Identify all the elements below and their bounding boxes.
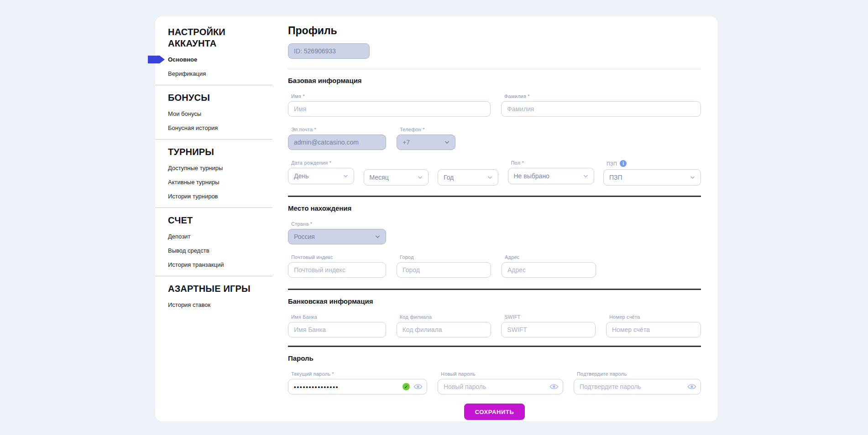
sidebar-section-title-gambling: АЗАРТНЫЕ ИГРЫ	[168, 283, 268, 295]
eye-icon[interactable]	[687, 383, 696, 390]
postal-code-label: Почтовый индекс	[291, 254, 386, 260]
gender-label: Пол *	[511, 160, 594, 166]
birth-date-label: Дата рождения *	[291, 160, 354, 166]
check-circle-icon: ✓	[403, 383, 410, 390]
section-divider	[288, 289, 701, 290]
bank-name-label: Имя Банка	[291, 314, 386, 320]
account-settings-card: НАСТРОЙКИ АККАУНТА Основное Верификация …	[155, 16, 718, 421]
confirm-password-input[interactable]	[574, 379, 701, 394]
birth-year-value: Год	[444, 174, 454, 181]
account-number-input[interactable]	[606, 322, 701, 337]
sidebar-item-label: Вывод средств	[168, 247, 209, 254]
page-title: Профиль	[288, 25, 701, 37]
sidebar-item-tournament-history[interactable]: История турниров	[168, 193, 278, 200]
active-item-arrow-icon	[148, 56, 165, 63]
chevron-down-icon	[418, 175, 422, 179]
sidebar-item-active-tournaments[interactable]: Активные турниры	[168, 179, 278, 186]
country-label: Страна *	[291, 221, 386, 227]
user-id-field	[288, 43, 370, 59]
current-password-label: Текущий пароль *	[291, 371, 427, 377]
sidebar-item-label: История транзакций	[168, 261, 224, 268]
phone-label: Телефон *	[400, 127, 455, 132]
country-select: Россия	[288, 229, 386, 244]
chevron-down-icon	[583, 173, 588, 178]
confirm-password-label: Подтвердите пароль	[577, 371, 701, 377]
sidebar-item-label: Верификация	[168, 70, 206, 77]
section-title-location: Место нахождения	[288, 204, 701, 212]
country-value: Россия	[294, 233, 315, 240]
section-divider	[288, 196, 701, 197]
section-title-basic-info: Базовая информация	[288, 77, 701, 84]
sidebar-item-label: Доступные турниры	[168, 165, 223, 171]
sidebar-section-title-account-settings: НАСТРОЙКИ АККАУНТА	[168, 26, 246, 49]
sidebar-item-main[interactable]: Основное	[168, 57, 278, 63]
section-divider	[288, 69, 701, 69]
city-input[interactable]	[397, 262, 491, 278]
birth-day-value: День	[294, 172, 309, 180]
chevron-down-icon	[376, 234, 380, 238]
section-title-bank-info: Банковская информация	[288, 297, 701, 305]
sidebar-item-available-tournaments[interactable]: Доступные турниры	[168, 165, 278, 171]
email-field	[288, 135, 386, 150]
sidebar-item-label: История турниров	[168, 193, 218, 200]
sidebar-divider	[155, 139, 272, 140]
chevron-down-icon	[488, 175, 492, 179]
address-label: Адрес	[505, 254, 596, 260]
sidebar-section-title-bonuses: БОНУСЫ	[168, 92, 246, 104]
address-input[interactable]	[502, 262, 596, 278]
info-icon[interactable]: i	[620, 160, 627, 167]
sidebar-item-bonus-history[interactable]: Бонусная история	[168, 125, 278, 131]
bank-name-input[interactable]	[288, 322, 386, 337]
phone-code-value: +7	[403, 139, 410, 146]
sidebar-section-title-account: СЧЕТ	[168, 215, 246, 226]
first-name-label: Имя *	[291, 93, 491, 99]
sidebar-item-my-bonuses[interactable]: Мои бонусы	[168, 111, 278, 117]
phone-code-select: +7	[397, 135, 455, 150]
save-button[interactable]: СОХРАНИТЬ	[464, 404, 525, 420]
chevron-down-icon	[690, 175, 695, 179]
pep-label: ПЗП	[607, 161, 617, 166]
eye-icon[interactable]	[413, 383, 423, 390]
birth-year-select[interactable]: Год	[438, 169, 498, 186]
sidebar-divider	[155, 207, 272, 208]
sidebar-item-withdrawal[interactable]: Вывод средств	[168, 248, 278, 254]
swift-label: SWIFT	[504, 314, 596, 320]
first-name-input[interactable]	[288, 101, 491, 117]
eye-icon[interactable]	[549, 383, 559, 390]
gender-value: Не выбрано	[514, 172, 549, 180]
branch-code-input[interactable]	[397, 322, 491, 337]
pep-select[interactable]: ПЗП	[603, 169, 701, 186]
sidebar-item-label: Основное	[168, 56, 197, 63]
birth-month-value: Месяц	[370, 174, 389, 181]
sidebar-item-label: Мои бонусы	[168, 110, 201, 117]
sidebar-item-label: Активные турниры	[168, 179, 220, 186]
pep-value: ПЗП	[609, 174, 622, 181]
last-name-label: Фамилия *	[504, 93, 701, 99]
chevron-down-icon	[445, 140, 450, 144]
email-label: Эл.почта *	[291, 127, 386, 132]
postal-code-input[interactable]	[288, 262, 386, 278]
sidebar-item-label: История ставок	[168, 301, 210, 308]
sidebar-item-verification[interactable]: Верификация	[168, 71, 278, 77]
gender-select[interactable]: Не выбрано	[508, 168, 594, 184]
new-password-input[interactable]	[438, 379, 563, 394]
sidebar-divider	[155, 85, 272, 85]
section-title-password: Пароль	[288, 354, 701, 362]
sidebar: НАСТРОЙКИ АККАУНТА Основное Верификация …	[168, 25, 278, 316]
city-label: Город	[400, 254, 491, 260]
last-name-input[interactable]	[501, 101, 701, 117]
birth-day-select[interactable]: День	[288, 168, 354, 184]
sidebar-item-deposit[interactable]: Депозит	[168, 233, 278, 240]
sidebar-item-transaction-history[interactable]: История транзакций	[168, 262, 278, 268]
sidebar-item-label: Бонусная история	[168, 124, 218, 131]
birth-month-select[interactable]: Месяц	[364, 169, 429, 186]
chevron-down-icon	[344, 173, 348, 178]
swift-input[interactable]	[501, 322, 596, 337]
branch-code-label: Код филиала	[400, 314, 491, 320]
sidebar-item-label: Депозит	[168, 233, 190, 240]
sidebar-item-bet-history[interactable]: История ставок	[168, 302, 278, 308]
sidebar-section-title-tournaments: ТУРНИРЫ	[168, 146, 246, 158]
section-divider	[288, 346, 701, 347]
account-number-label: Номер счёта	[609, 314, 701, 320]
profile-form: Профиль Базовая информация Имя * Фамилия…	[288, 25, 701, 420]
